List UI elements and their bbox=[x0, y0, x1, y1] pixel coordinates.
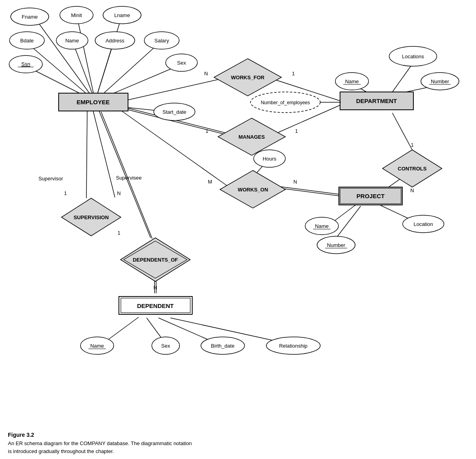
rel-manages: MANAGES bbox=[239, 134, 265, 140]
card-m-works-on: M bbox=[208, 179, 212, 185]
svg-line-27 bbox=[86, 111, 87, 198]
attr-address: Address bbox=[105, 38, 124, 44]
attr-proj-location: Location bbox=[413, 221, 433, 227]
svg-line-22 bbox=[392, 113, 412, 150]
label-supervisor: Supervisor bbox=[38, 176, 63, 182]
entity-department: DEPARTMENT bbox=[356, 98, 397, 104]
attr-dep-birthdate: Birth_date bbox=[211, 343, 234, 349]
attr-ssn: Ssn bbox=[21, 61, 30, 67]
svg-line-9 bbox=[123, 77, 228, 101]
caption-line1: An ER schema diagram for the COMPANY dat… bbox=[8, 440, 285, 448]
card-1-manages-dept: 1 bbox=[295, 128, 298, 134]
svg-line-25 bbox=[337, 206, 361, 237]
figure-caption: Figure 3.2 An ER schema diagram for the … bbox=[8, 432, 285, 455]
attr-salary: Salary bbox=[155, 38, 169, 44]
svg-line-19 bbox=[277, 186, 339, 194]
attr-dept-name: Name bbox=[345, 78, 359, 84]
svg-line-11 bbox=[392, 64, 412, 92]
card-1-dependents: 1 bbox=[117, 230, 120, 236]
attr-dep-relationship: Relationship bbox=[279, 343, 308, 349]
entity-employee: EMPLOYEE bbox=[76, 99, 109, 105]
card-n-works-for: N bbox=[204, 71, 208, 76]
rel-works-for: WORKS_FOR bbox=[231, 75, 265, 80]
card-1-works-for: 1 bbox=[292, 71, 294, 76]
attr-lname: Lname bbox=[114, 12, 130, 18]
label-supervisee: Supervisee bbox=[116, 175, 141, 181]
attr-hours: Hours bbox=[263, 156, 277, 162]
er-diagram-container: Fname Minit Lname Bdate Name Address Sal… bbox=[0, 0, 476, 428]
svg-line-20 bbox=[277, 188, 339, 196]
attr-num-employees: Number_of_employees bbox=[261, 100, 310, 105]
card-n-works-on: N bbox=[293, 179, 297, 185]
attr-dept-number: Number bbox=[431, 78, 449, 84]
attr-emp-name: Name bbox=[65, 38, 79, 44]
svg-line-5 bbox=[95, 44, 113, 101]
attr-locations: Locations bbox=[402, 54, 424, 59]
attr-proj-number: Number bbox=[327, 242, 346, 248]
attr-start-date: Start_date bbox=[162, 109, 186, 115]
entity-dependent: DEPENDENT bbox=[137, 302, 174, 309]
caption-line2: is introduced gradually throughout the c… bbox=[8, 448, 285, 455]
card-n-controls: N bbox=[410, 187, 414, 193]
attr-minit: Minit bbox=[71, 12, 82, 18]
rel-dependents-of: DEPENDENTS_OF bbox=[133, 257, 178, 263]
attr-bdate: Bdate bbox=[20, 38, 34, 44]
card-n-supervision: N bbox=[117, 190, 120, 196]
attr-proj-name: Name bbox=[315, 223, 329, 229]
card-1-manages-emp: 1 bbox=[205, 128, 208, 134]
attr-dep-name: Name bbox=[90, 343, 104, 349]
card-1-controls: 1 bbox=[411, 142, 413, 148]
rel-supervision: SUPERVISION bbox=[74, 214, 109, 220]
attr-fname: Fname bbox=[22, 14, 38, 20]
entity-project: PROJECT bbox=[357, 193, 385, 199]
er-diagram-svg: Fname Minit Lname Bdate Name Address Sal… bbox=[0, 0, 476, 428]
svg-line-4 bbox=[73, 44, 95, 101]
card-n-dependents: N bbox=[153, 285, 157, 291]
rel-works-on: WORKS_ON bbox=[238, 187, 268, 193]
caption-title: Figure 3.2 bbox=[8, 432, 285, 438]
rel-controls: CONTROLS bbox=[398, 166, 427, 172]
attr-dep-sex: Sex bbox=[161, 343, 170, 349]
attr-emp-sex: Sex bbox=[177, 60, 186, 66]
card-1-supervision: 1 bbox=[64, 190, 67, 196]
svg-line-6 bbox=[95, 44, 159, 101]
